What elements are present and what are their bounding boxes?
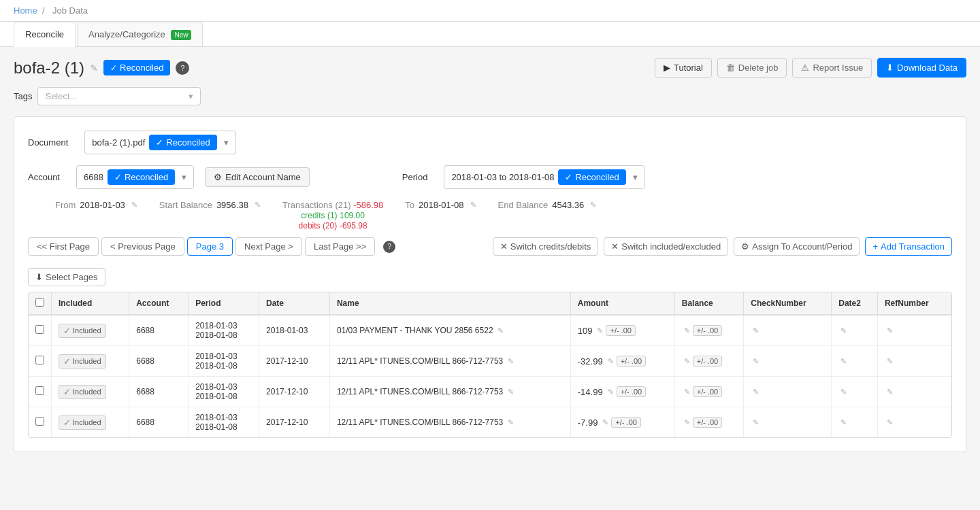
account-field: 6688 ✓ Reconciled ▾ bbox=[76, 165, 194, 189]
balance-edit-icon[interactable]: ✎ bbox=[684, 418, 690, 427]
row-checkbox-cell bbox=[29, 377, 52, 407]
document-filename: bofa-2 (1).pdf bbox=[92, 137, 145, 148]
title-edit-icon[interactable]: ✎ bbox=[90, 63, 98, 73]
table-row: ✓ Included 6688 2018-01-032018-01-08 201… bbox=[29, 407, 951, 438]
refnumber-edit-icon[interactable]: ✎ bbox=[887, 418, 893, 426]
account-dropdown-icon[interactable]: ▾ bbox=[182, 172, 186, 182]
tab-analyze[interactable]: Analyze/Categorize New bbox=[77, 22, 203, 46]
balance-edit-icon[interactable]: ✎ bbox=[684, 357, 690, 366]
name-edit-icon[interactable]: ✎ bbox=[508, 357, 514, 365]
name-edit-icon[interactable]: ✎ bbox=[508, 418, 514, 426]
balance-adj-btn[interactable]: +/- .00 bbox=[693, 356, 723, 367]
amount-edit-icon[interactable]: ✎ bbox=[608, 388, 614, 396]
included-badge-3[interactable]: ✓ Included bbox=[59, 415, 106, 430]
amount-adj-btn[interactable]: +/- .00 bbox=[617, 356, 647, 367]
download-data-button[interactable]: ⬇ Download Data bbox=[877, 58, 966, 78]
row-amount: 109 ✎ +/- .00 bbox=[570, 315, 674, 346]
refnumber-edit-icon[interactable]: ✎ bbox=[887, 326, 893, 335]
row-checknumber: ✎ bbox=[744, 377, 832, 407]
included-badge-1[interactable]: ✓ Included bbox=[59, 354, 106, 369]
current-page-button[interactable]: Page 3 bbox=[187, 237, 233, 256]
col-date2: Date2 bbox=[832, 292, 878, 315]
last-page-button[interactable]: Last Page >> bbox=[305, 237, 375, 256]
tags-dropdown-icon: ▾ bbox=[189, 91, 193, 101]
row-name: 12/11 APL* ITUNES.COM/BILL 866-712-7753 … bbox=[329, 407, 570, 438]
tutorial-button[interactable]: ▶ Tutorial bbox=[655, 58, 712, 78]
row-balance: ✎ +/- .00 bbox=[674, 346, 743, 377]
add-transaction-button[interactable]: + Add Transaction bbox=[865, 237, 952, 256]
breadcrumb-home[interactable]: Home bbox=[14, 5, 37, 16]
checknumber-edit-icon[interactable]: ✎ bbox=[753, 418, 759, 426]
date2-edit-icon[interactable]: ✎ bbox=[840, 418, 847, 426]
row-included: ✓ Included bbox=[52, 346, 129, 377]
select-pages-button[interactable]: ⬇ Select Pages bbox=[28, 268, 105, 286]
amount-edit-icon[interactable]: ✎ bbox=[608, 357, 614, 366]
end-balance-edit-icon[interactable]: ✎ bbox=[590, 201, 596, 209]
date2-edit-icon[interactable]: ✎ bbox=[840, 326, 847, 335]
action-row: ✕ Switch credits/debits ✕ Switch include… bbox=[493, 237, 952, 256]
badge-label: Reconciled bbox=[120, 63, 163, 73]
refnumber-edit-icon[interactable]: ✎ bbox=[887, 388, 893, 396]
balance-edit-icon[interactable]: ✎ bbox=[684, 388, 690, 396]
balance-adj-btn[interactable]: +/- .00 bbox=[693, 386, 723, 397]
first-page-button[interactable]: << First Page bbox=[28, 237, 99, 256]
col-period: Period bbox=[189, 292, 259, 315]
balance-adj-btn[interactable]: +/- .00 bbox=[693, 325, 723, 336]
from-edit-icon[interactable]: ✎ bbox=[131, 201, 137, 209]
pagination-help-icon[interactable]: ? bbox=[383, 241, 395, 253]
table-row: ✓ Included 6688 2018-01-032018-01-08 201… bbox=[29, 377, 951, 407]
amount-edit-icon[interactable]: ✎ bbox=[602, 418, 608, 427]
col-checkbox bbox=[29, 292, 52, 315]
account-reconciled-badge: ✓ Reconciled bbox=[108, 169, 175, 185]
acct-badge-label: Reconciled bbox=[125, 172, 168, 182]
help-icon[interactable]: ? bbox=[176, 61, 189, 75]
tab-reconcile[interactable]: Reconcile bbox=[14, 22, 76, 47]
row-checkbox-2[interactable] bbox=[35, 386, 44, 395]
name-edit-icon[interactable]: ✎ bbox=[497, 326, 504, 335]
amount-adj-btn[interactable]: +/- .00 bbox=[617, 386, 647, 397]
delete-job-button[interactable]: 🗑 Delete job bbox=[717, 58, 787, 78]
date2-edit-icon[interactable]: ✎ bbox=[840, 357, 847, 365]
report-issue-button[interactable]: ⚠ Report Issue bbox=[792, 58, 872, 78]
balance-adj-btn[interactable]: +/- .00 bbox=[693, 417, 723, 428]
row-checkbox-1[interactable] bbox=[35, 356, 44, 364]
document-dropdown-icon[interactable]: ▾ bbox=[224, 137, 229, 148]
row-checkbox-0[interactable] bbox=[35, 325, 44, 334]
top-bar: Home / Job Data bbox=[0, 0, 980, 22]
start-balance-edit-icon[interactable]: ✎ bbox=[255, 201, 261, 209]
next-page-button[interactable]: Next Page > bbox=[235, 237, 302, 256]
row-checknumber: ✎ bbox=[744, 346, 832, 377]
balance-edit-icon[interactable]: ✎ bbox=[684, 326, 690, 335]
row-date: 2017-12-10 bbox=[259, 377, 330, 407]
tags-select[interactable]: Select... ▾ bbox=[37, 87, 201, 105]
refnumber-edit-icon[interactable]: ✎ bbox=[887, 357, 893, 365]
prev-page-button[interactable]: < Previous Page bbox=[101, 237, 184, 256]
checknumber-edit-icon[interactable]: ✎ bbox=[753, 326, 759, 335]
period-dropdown-icon[interactable]: ▾ bbox=[633, 172, 638, 182]
tab-reconcile-label: Reconcile bbox=[25, 29, 64, 39]
row-checkbox-3[interactable] bbox=[35, 417, 44, 426]
included-badge-0[interactable]: ✓ Included bbox=[59, 324, 106, 338]
assign-button[interactable]: ⚙ Assign To Account/Period bbox=[734, 237, 860, 256]
to-edit-icon[interactable]: ✎ bbox=[470, 201, 476, 209]
col-account: Account bbox=[129, 292, 189, 315]
included-badge-2[interactable]: ✓ Included bbox=[59, 385, 106, 399]
switch-included-button[interactable]: ✕ Switch included/excluded bbox=[604, 237, 728, 256]
name-edit-icon[interactable]: ✎ bbox=[508, 388, 514, 396]
switch-credits-button[interactable]: ✕ Switch credits/debits bbox=[493, 237, 599, 256]
checknumber-edit-icon[interactable]: ✎ bbox=[753, 357, 759, 365]
row-checkbox-cell bbox=[29, 315, 52, 346]
col-checknumber: CheckNumber bbox=[744, 292, 832, 315]
row-name: 12/11 APL* ITUNES.COM/BILL 866-712-7753 … bbox=[329, 377, 570, 407]
col-date: Date bbox=[259, 292, 330, 315]
edit-account-name-button[interactable]: ⚙ Edit Account Name bbox=[205, 167, 310, 187]
select-all-checkbox[interactable] bbox=[35, 298, 44, 307]
date2-edit-icon[interactable]: ✎ bbox=[840, 388, 847, 396]
checknumber-edit-icon[interactable]: ✎ bbox=[753, 388, 759, 396]
amount-edit-icon[interactable]: ✎ bbox=[597, 326, 603, 335]
row-amount: -7.99 ✎ +/- .00 bbox=[570, 407, 674, 438]
download-icon: ⬇ bbox=[886, 63, 894, 73]
period-reconciled-badge: ✓ Reconciled bbox=[558, 169, 625, 185]
amount-adj-btn[interactable]: +/- .00 bbox=[606, 325, 636, 336]
amount-adj-btn[interactable]: +/- .00 bbox=[611, 417, 641, 428]
